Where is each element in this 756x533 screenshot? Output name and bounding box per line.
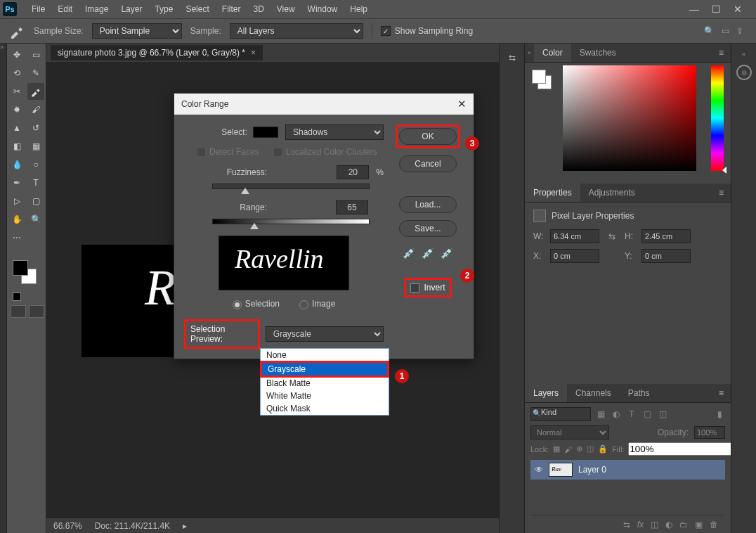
menu-window[interactable]: Window — [301, 0, 344, 18]
adjustment-layer-icon[interactable]: ◐ — [665, 520, 672, 529]
adjustments-tab[interactable]: Adjustments — [580, 184, 644, 202]
range-input[interactable] — [336, 200, 368, 214]
panel-collapse-icon[interactable]: « — [525, 45, 534, 60]
show-sampling-ring-checkbox[interactable]: ✓ Show Sampling Ring — [381, 26, 473, 36]
workspace-icon[interactable]: ▭ — [722, 26, 729, 36]
creative-cloud-icon[interactable]: ⊚ — [736, 65, 752, 80]
edit-toolbar[interactable]: ⋯ — [8, 229, 25, 246]
dialog-close-icon[interactable]: ✕ — [457, 98, 467, 110]
history-brush-tool[interactable]: ↺ — [27, 120, 44, 136]
load-button[interactable]: Load... — [399, 196, 457, 213]
selection-preview-dropdown[interactable]: Grayscale — [266, 326, 384, 342]
panel-menu-icon[interactable]: ≡ — [712, 384, 731, 402]
pen-tool[interactable]: ✒ — [8, 174, 25, 191]
cancel-button[interactable]: Cancel — [399, 155, 457, 172]
menu-3d[interactable]: 3D — [247, 0, 270, 18]
color-field[interactable] — [563, 65, 696, 171]
status-chevron-icon[interactable]: ▸ — [183, 521, 187, 531]
layer-row[interactable]: 👁 Layer 0 — [530, 460, 725, 480]
menu-image[interactable]: Image — [79, 0, 115, 18]
eyedropper-sub-icon[interactable]: 💉 — [441, 247, 454, 259]
menu-filter[interactable]: Filter — [216, 0, 247, 18]
screenmode-icon[interactable] — [29, 305, 44, 318]
option-grayscale[interactable]: Grayscale — [262, 363, 387, 375]
option-quick-mask[interactable]: Quick Mask — [261, 402, 389, 415]
ok-button[interactable]: OK — [399, 128, 457, 145]
link-layers-icon[interactable]: ⇆ — [623, 520, 630, 529]
invert-checkbox[interactable]: Invert — [404, 278, 451, 297]
sample-size-select[interactable]: Point Sample — [92, 23, 182, 39]
crop-tool[interactable]: ✂ — [8, 83, 25, 100]
lasso-tool[interactable]: ⟲ — [8, 65, 25, 82]
fuzziness-input[interactable] — [337, 165, 369, 179]
lock-all-icon[interactable]: 🔒 — [598, 444, 608, 454]
gradient-tool[interactable]: ▦ — [27, 138, 44, 155]
layer-thumbnail[interactable] — [549, 463, 573, 477]
channels-tab[interactable]: Channels — [567, 384, 620, 402]
menu-edit[interactable]: Edit — [51, 0, 79, 18]
move-tool[interactable]: ✥ — [8, 46, 25, 63]
swatches-tab[interactable]: Swatches — [571, 44, 625, 62]
filter-smart-icon[interactable]: ◫ — [657, 409, 668, 419]
filter-adjust-icon[interactable]: ◐ — [611, 409, 622, 419]
menu-layer[interactable]: Layer — [115, 0, 148, 18]
path-select-tool[interactable]: ▷ — [8, 193, 25, 210]
menu-file[interactable]: File — [25, 0, 51, 18]
layers-tab[interactable]: Layers — [525, 384, 567, 402]
filter-shape-icon[interactable]: ▢ — [641, 409, 653, 419]
spot-heal-tool[interactable]: ✸ — [8, 101, 25, 118]
filter-image-icon[interactable]: ▦ — [595, 409, 606, 419]
dialog-titlebar[interactable]: Color Range ✕ — [174, 94, 474, 115]
zoom-level[interactable]: 66.67% — [53, 521, 82, 531]
panel-collapse-icon[interactable]: « — [742, 51, 745, 58]
new-layer-icon[interactable]: ▣ — [695, 520, 703, 529]
shape-tool[interactable]: ▢ — [27, 193, 44, 210]
width-input[interactable] — [550, 229, 599, 243]
hue-slider[interactable] — [711, 65, 724, 171]
default-colors-icon[interactable] — [13, 293, 21, 301]
lock-pixel-icon[interactable]: 🖌 — [564, 445, 572, 454]
close-icon[interactable]: ✕ — [734, 4, 742, 15]
layer-mask-icon[interactable]: ◫ — [651, 520, 658, 529]
image-radio[interactable]: Image — [299, 299, 335, 309]
option-black-matte[interactable]: Black Matte — [261, 377, 389, 390]
height-input[interactable] — [641, 229, 691, 243]
doc-info[interactable]: Doc: 211.4K/211.4K — [95, 521, 170, 531]
save-button[interactable]: Save... — [399, 220, 457, 237]
selection-radio[interactable]: Selection — [233, 299, 280, 309]
dodge-tool[interactable]: ○ — [27, 156, 44, 173]
tool-preset-eyedropper-icon[interactable] — [8, 23, 25, 39]
clone-stamp-tool[interactable]: ▲ — [8, 120, 25, 136]
eyedropper-tool[interactable] — [27, 83, 44, 100]
layer-filter-kind[interactable]: Kind — [530, 407, 591, 421]
minimize-icon[interactable]: — — [689, 4, 699, 15]
menu-select[interactable]: Select — [179, 0, 215, 18]
layer-fx-icon[interactable]: fx — [637, 520, 644, 529]
lock-trans-icon[interactable]: ▦ — [553, 444, 560, 454]
search-icon[interactable]: 🔍 — [704, 26, 715, 36]
zoom-tool[interactable]: 🔍 — [27, 211, 44, 228]
marquee-tool[interactable]: ▭ — [27, 46, 44, 63]
fg-bg-swatches[interactable] — [13, 260, 42, 290]
filter-toggle-icon[interactable]: ▮ — [714, 409, 725, 419]
quickmask-icon[interactable] — [11, 305, 26, 318]
maximize-icon[interactable]: ☐ — [712, 4, 721, 15]
opacity-input[interactable] — [694, 426, 725, 439]
option-white-matte[interactable]: White Matte — [261, 390, 389, 402]
y-input[interactable] — [641, 249, 691, 263]
hand-tool[interactable]: ✋ — [8, 211, 25, 228]
brush-tool[interactable]: 🖌 — [27, 101, 44, 118]
properties-tab[interactable]: Properties — [525, 184, 580, 202]
blend-mode-select[interactable]: Normal — [530, 425, 609, 439]
menu-help[interactable]: Help — [344, 0, 374, 18]
eraser-tool[interactable]: ◧ — [8, 138, 25, 155]
panel-icon-adjust[interactable]: ⇆ — [504, 49, 521, 66]
link-wh-icon[interactable]: ⇆ — [604, 231, 620, 241]
color-tab[interactable]: Color — [534, 44, 571, 62]
layer-name[interactable]: Layer 0 — [578, 465, 606, 475]
menu-view[interactable]: View — [271, 0, 301, 18]
eyedropper-add-icon[interactable]: 💉 — [422, 247, 435, 259]
close-tab-icon[interactable]: × — [251, 48, 256, 58]
range-slider[interactable] — [212, 219, 370, 224]
fg-color-swatch[interactable] — [13, 260, 28, 276]
